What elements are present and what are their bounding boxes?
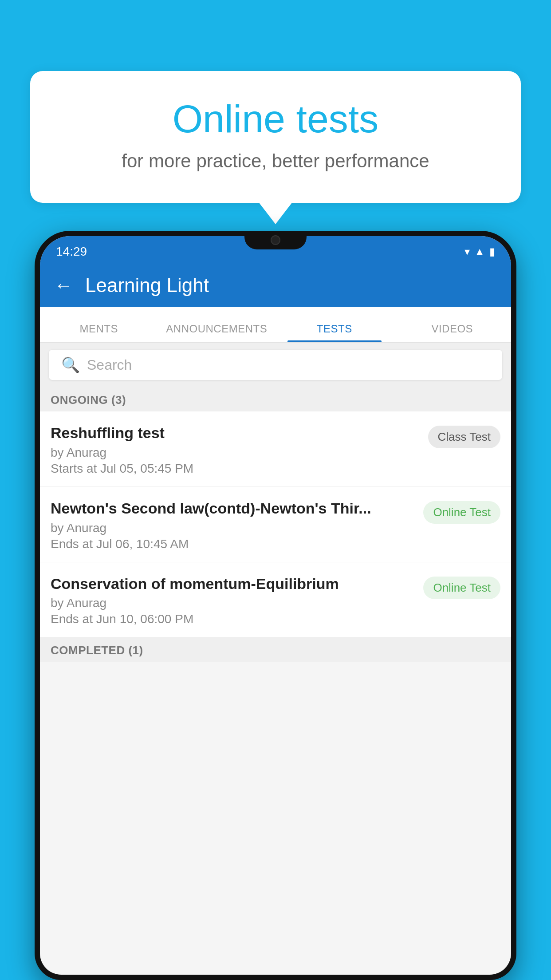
tab-tests[interactable]: TESTS bbox=[276, 323, 394, 342]
test-time-value: Jun 10, 06:00 PM bbox=[96, 612, 193, 626]
test-time-value: Jul 05, 05:45 PM bbox=[100, 462, 193, 475]
test-badge: Class Test bbox=[428, 426, 500, 448]
test-time-value: Jul 06, 10:45 AM bbox=[96, 537, 189, 551]
tab-videos[interactable]: VIDEOS bbox=[394, 323, 512, 342]
test-name: Conservation of momentum-Equilibrium bbox=[51, 575, 416, 593]
tab-ments[interactable]: MENTS bbox=[40, 323, 158, 342]
test-time: Starts at Jul 05, 05:45 PM bbox=[51, 462, 421, 476]
wifi-icon: ▾ bbox=[464, 245, 470, 258]
signal-icon: ▲ bbox=[474, 245, 485, 258]
search-icon: 🔍 bbox=[61, 356, 80, 374]
speech-bubble: Online tests for more practice, better p… bbox=[30, 71, 521, 203]
phone-screen: 14:29 ▾ ▲ ▮ ← Learning Light MENTS ANNOU… bbox=[40, 236, 511, 975]
test-info: Reshuffling test by Anurag Starts at Jul… bbox=[51, 424, 428, 476]
search-container: 🔍 Search bbox=[40, 343, 511, 387]
test-info: Conservation of momentum-Equilibrium by … bbox=[51, 575, 423, 627]
test-item[interactable]: Newton's Second law(contd)-Newton's Thir… bbox=[40, 487, 511, 562]
test-info: Newton's Second law(contd)-Newton's Thir… bbox=[51, 499, 423, 551]
test-author: by Anurag bbox=[51, 596, 416, 610]
completed-section-header: COMPLETED (1) bbox=[40, 637, 511, 662]
test-time-label: Ends at bbox=[51, 537, 93, 551]
tab-announcements[interactable]: ANNOUNCEMENTS bbox=[158, 323, 276, 342]
back-button[interactable]: ← bbox=[54, 276, 73, 295]
tabs-container: MENTS ANNOUNCEMENTS TESTS VIDEOS bbox=[40, 307, 511, 343]
phone-camera bbox=[271, 235, 280, 245]
test-badge: Online Test bbox=[423, 501, 500, 524]
test-item[interactable]: Conservation of momentum-Equilibrium by … bbox=[40, 562, 511, 638]
status-time: 14:29 bbox=[56, 245, 87, 259]
test-time-label: Starts at bbox=[51, 462, 97, 475]
battery-icon: ▮ bbox=[489, 245, 495, 258]
test-name: Newton's Second law(contd)-Newton's Thir… bbox=[51, 499, 416, 518]
bubble-title: Online tests bbox=[52, 98, 499, 141]
search-bar[interactable]: 🔍 Search bbox=[49, 350, 502, 380]
test-item[interactable]: Reshuffling test by Anurag Starts at Jul… bbox=[40, 411, 511, 487]
test-time: Ends at Jul 06, 10:45 AM bbox=[51, 537, 416, 551]
phone-frame: 14:29 ▾ ▲ ▮ ← Learning Light MENTS ANNOU… bbox=[35, 231, 516, 980]
ongoing-section-header: ONGOING (3) bbox=[40, 387, 511, 411]
app-bar-title: Learning Light bbox=[85, 274, 209, 296]
status-icons: ▾ ▲ ▮ bbox=[464, 245, 495, 258]
bubble-subtitle: for more practice, better performance bbox=[52, 150, 499, 172]
test-author: by Anurag bbox=[51, 521, 416, 535]
test-time-label: Ends at bbox=[51, 612, 93, 626]
search-placeholder: Search bbox=[87, 357, 132, 373]
app-bar: ← Learning Light bbox=[40, 264, 511, 307]
test-time: Ends at Jun 10, 06:00 PM bbox=[51, 612, 416, 626]
phone-notch bbox=[244, 231, 307, 249]
test-author: by Anurag bbox=[51, 446, 421, 460]
test-badge: Online Test bbox=[423, 577, 500, 599]
test-name: Reshuffling test bbox=[51, 424, 421, 442]
test-list: Reshuffling test by Anurag Starts at Jul… bbox=[40, 411, 511, 637]
